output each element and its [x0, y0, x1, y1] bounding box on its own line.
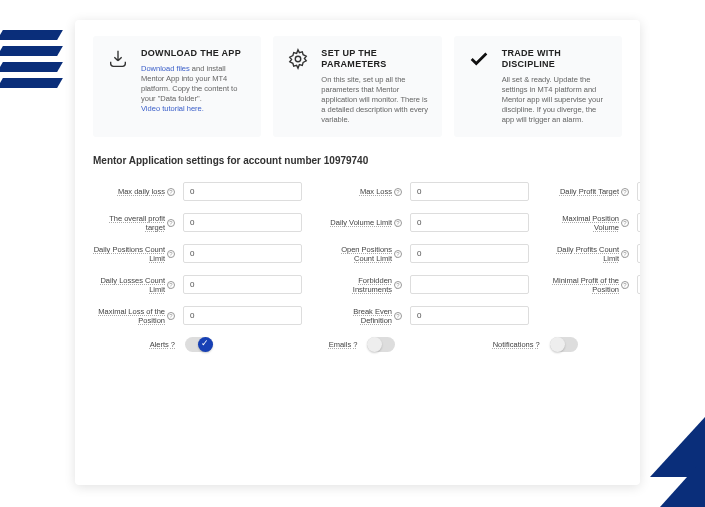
step-text: All set & ready. Update the settings in … — [502, 75, 610, 126]
bg-decoration-left — [0, 30, 60, 90]
step-setup: SET UP THE PARAMETERS On this site, set … — [273, 36, 441, 137]
label-text: Daily Profit Target — [560, 187, 619, 196]
step-title: SET UP THE PARAMETERS — [321, 48, 429, 70]
svg-point-0 — [296, 56, 302, 62]
toggle-field-notifications: Notifications? — [458, 337, 622, 352]
step-title: TRADE WITH DISCIPLINE — [502, 48, 610, 70]
help-icon[interactable]: ? — [167, 312, 175, 320]
label-text: Maximal Position Volume — [547, 214, 619, 232]
help-icon[interactable]: ? — [394, 250, 402, 258]
input-daily-losses-count[interactable] — [183, 275, 302, 294]
label-text: Maximal Loss of the Position — [93, 307, 165, 325]
field-max-position-volume: Maximal Position Volume? — [547, 213, 640, 232]
toggle-notifications[interactable] — [550, 337, 578, 352]
help-icon[interactable]: ? — [621, 281, 629, 289]
input-open-positions-count[interactable] — [410, 244, 529, 263]
field-max-loss: Max Loss? — [320, 182, 529, 201]
help-icon[interactable]: ? — [621, 250, 629, 258]
help-icon[interactable]: ? — [621, 188, 629, 196]
field-daily-losses-count: Daily Losses Count Limit? — [93, 275, 302, 294]
help-icon[interactable]: ? — [167, 219, 175, 227]
field-max-daily-loss: Max daily loss? — [93, 182, 302, 201]
toggle-field-alerts: Alerts? — [93, 337, 257, 352]
field-daily-positions-count: Daily Positions Count Limit? — [93, 244, 302, 263]
field-forbidden-instruments: Forbidden Instruments? — [320, 275, 529, 294]
help-icon[interactable]: ? — [535, 340, 539, 349]
field-max-loss-position: Maximal Loss of the Position? — [93, 306, 302, 325]
input-daily-positions-count[interactable] — [183, 244, 302, 263]
label-text: Daily Profits Count Limit — [547, 245, 619, 263]
label-text: Minimal Profit of the Position — [547, 276, 619, 294]
input-overall-profit[interactable] — [183, 213, 302, 232]
input-max-daily-loss[interactable] — [183, 182, 302, 201]
help-icon[interactable]: ? — [167, 188, 175, 196]
label-text: Notifications — [493, 340, 534, 349]
field-daily-profit-target: Daily Profit Target? — [547, 182, 640, 201]
field-daily-volume-limit: Daily Volume Limit? — [320, 213, 529, 232]
step-text: On this site, set up all the parameters … — [321, 75, 429, 126]
label-text: Daily Volume Limit — [330, 218, 392, 227]
label-text: Max Loss — [360, 187, 392, 196]
help-icon[interactable]: ? — [621, 219, 629, 227]
steps-row: DOWNLOAD THE APP Download files and inst… — [93, 36, 622, 137]
label-text: Open Positions Count Limit — [320, 245, 392, 263]
help-icon[interactable]: ? — [167, 250, 175, 258]
label-text: The overall profit target — [93, 214, 165, 232]
field-overall-profit: The overall profit target? — [93, 213, 302, 232]
input-max-loss-position[interactable] — [183, 306, 302, 325]
help-icon[interactable]: ? — [171, 340, 175, 349]
input-break-even[interactable] — [410, 306, 529, 325]
input-max-position-volume[interactable] — [637, 213, 640, 232]
main-card: DOWNLOAD THE APP Download files and inst… — [75, 20, 640, 485]
check-icon — [466, 48, 492, 74]
field-break-even: Break Even Definition? — [320, 306, 529, 325]
step-trade: TRADE WITH DISCIPLINE All set & ready. U… — [454, 36, 622, 137]
field-open-positions-count: Open Positions Count Limit? — [320, 244, 529, 263]
toggle-alerts[interactable] — [185, 337, 213, 352]
help-icon[interactable]: ? — [394, 188, 402, 196]
section-title: Mentor Application settings for account … — [93, 155, 622, 166]
label-text: Break Even Definition — [320, 307, 392, 325]
help-icon[interactable]: ? — [394, 281, 402, 289]
label-text: Max daily loss — [118, 187, 165, 196]
step-text: Download files and install Mentor App in… — [141, 64, 249, 115]
input-daily-profits-count[interactable] — [637, 244, 640, 263]
settings-form: Max daily loss? Max Loss? Daily Profit T… — [93, 182, 622, 325]
toggle-row: Alerts? Emails? Notifications? — [93, 337, 622, 352]
help-icon[interactable]: ? — [394, 219, 402, 227]
step-title: DOWNLOAD THE APP — [141, 48, 249, 59]
toggle-field-emails: Emails? — [275, 337, 439, 352]
input-min-profit-position[interactable] — [637, 275, 640, 294]
download-files-link[interactable]: Download files — [141, 64, 190, 73]
input-daily-profit-target[interactable] — [637, 182, 640, 201]
input-daily-volume-limit[interactable] — [410, 213, 529, 232]
toggle-emails[interactable] — [367, 337, 395, 352]
label-text: Emails — [329, 340, 352, 349]
field-daily-profits-count: Daily Profits Count Limit? — [547, 244, 640, 263]
help-icon[interactable]: ? — [353, 340, 357, 349]
gear-icon — [285, 48, 311, 74]
input-forbidden-instruments[interactable] — [410, 275, 529, 294]
field-min-profit-position: Minimal Profit of the Position? — [547, 275, 640, 294]
label-text: Alerts — [150, 340, 169, 349]
download-icon — [105, 48, 131, 74]
label-text: Daily Losses Count Limit — [93, 276, 165, 294]
video-tutorial-link[interactable]: Video tutorial here. — [141, 104, 204, 113]
input-max-loss[interactable] — [410, 182, 529, 201]
help-icon[interactable]: ? — [394, 312, 402, 320]
step-download: DOWNLOAD THE APP Download files and inst… — [93, 36, 261, 137]
help-icon[interactable]: ? — [167, 281, 175, 289]
label-text: Daily Positions Count Limit — [93, 245, 165, 263]
label-text: Forbidden Instruments — [320, 276, 392, 294]
